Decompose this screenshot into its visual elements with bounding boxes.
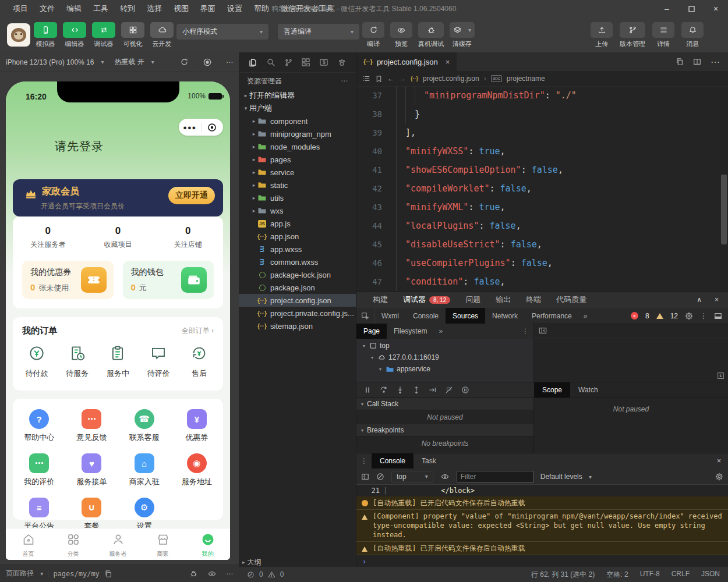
tree-file[interactable]: {··} sitemap.json xyxy=(239,320,356,332)
tree-folder[interactable]: ▸ static xyxy=(239,179,356,191)
drawer-tab-console[interactable]: Console xyxy=(372,453,414,469)
tree-file[interactable]: {··} app.json xyxy=(239,230,356,243)
eol[interactable]: CRLF xyxy=(672,570,690,580)
step-icon[interactable] xyxy=(429,386,437,394)
panel-tab[interactable]: 终端 xyxy=(526,294,541,305)
mode-select[interactable]: 小程序模式▾ xyxy=(176,24,268,40)
inspect-element-icon[interactable] xyxy=(356,308,374,324)
pause-script-icon[interactable] xyxy=(363,386,372,394)
menu-item[interactable]: 文件 xyxy=(34,3,61,14)
scope-tab-scope[interactable]: Scope xyxy=(534,382,570,398)
tab-home-icon[interactable]: 首页 xyxy=(6,528,51,560)
tree-file[interactable]: {··} project.config.json xyxy=(239,294,356,307)
order-item[interactable]: 服务中 xyxy=(98,345,139,379)
panel-collapse-icon[interactable]: ∧ xyxy=(697,296,702,304)
step-out-icon[interactable] xyxy=(412,386,420,394)
callstack-header[interactable]: ▾Call Stack xyxy=(356,398,533,410)
drawer-close-icon[interactable]: × xyxy=(717,453,728,469)
footer-bug-icon[interactable] xyxy=(189,569,198,578)
service-item[interactable]: ⋯ 意见反馈 xyxy=(65,409,118,443)
open-membership-button[interactable]: 立即开通 xyxy=(168,187,215,204)
explorer-files-icon[interactable] xyxy=(248,58,257,67)
cursor-position[interactable]: 行 62, 列 31 (选中 2) xyxy=(531,570,595,580)
devtools-tab-performance[interactable]: Performance xyxy=(525,308,579,324)
service-item[interactable]: ? 帮助中心 xyxy=(13,409,65,443)
compile-mode-select[interactable]: 普通编译▾ xyxy=(278,24,359,40)
extensions-icon[interactable] xyxy=(301,58,310,67)
console-settings-icon[interactable] xyxy=(715,473,723,481)
encoding[interactable]: UTF-8 xyxy=(640,570,660,580)
error-badge-icon[interactable]: × xyxy=(631,312,638,320)
menu-item[interactable]: 视图 xyxy=(168,3,195,14)
footer-eye-icon[interactable] xyxy=(207,570,217,578)
tree-file[interactable]: ᴟ app.wxss xyxy=(239,243,356,255)
sources-tabs-overflow-icon[interactable]: » xyxy=(434,327,447,335)
tree-file[interactable]: package-lock.json xyxy=(239,268,356,281)
capsule-button[interactable]: ●●● xyxy=(179,119,223,136)
deactivate-breakpoints-icon[interactable] xyxy=(445,386,453,394)
action-lines-icon[interactable]: 详情 xyxy=(652,22,674,48)
service-item[interactable]: ♥ 服务接单 xyxy=(65,453,118,487)
panel-toggle-cloud-icon[interactable]: 云开发 xyxy=(149,22,175,48)
menu-item[interactable]: 选择 xyxy=(141,3,168,14)
tree-folder[interactable]: ▸ pages xyxy=(239,153,356,166)
action-layers-icon[interactable]: ▾ 清缓存 xyxy=(450,22,475,48)
maximize-button[interactable] xyxy=(679,0,704,17)
page-path-label[interactable]: 页面路径 ▾ xyxy=(6,569,43,579)
minimize-button[interactable]: – xyxy=(655,0,679,17)
sources-tab-filesystem[interactable]: Filesystem xyxy=(387,324,434,339)
search-icon[interactable] xyxy=(266,58,275,67)
step-into-icon[interactable] xyxy=(396,386,404,394)
source-control-icon[interactable] xyxy=(284,58,293,67)
service-item[interactable]: ¥ 优惠券 xyxy=(171,409,223,443)
warning-badge-icon[interactable] xyxy=(656,313,663,319)
tree-file[interactable]: JS app.js xyxy=(239,217,356,230)
pet-tool-icon[interactable] xyxy=(337,58,347,67)
breadcrumb-file[interactable]: project.config.json xyxy=(423,74,479,83)
breadcrumb-node[interactable]: projectname xyxy=(507,74,545,83)
devtools-tab-console[interactable]: Console xyxy=(406,308,446,324)
show-navigator-icon[interactable] xyxy=(539,327,547,335)
bookmark-icon[interactable] xyxy=(375,75,383,83)
drawer-tab-task[interactable]: Task xyxy=(414,453,444,469)
simulator-more-icon[interactable]: ⋯ xyxy=(226,58,233,66)
stat-item[interactable]: 0 收藏项目 xyxy=(83,225,153,250)
order-item[interactable]: 待服务 xyxy=(57,345,98,379)
pretty-print-icon[interactable] xyxy=(717,372,725,379)
devtools-tab-network[interactable]: Network xyxy=(485,308,525,324)
breakpoints-header[interactable]: ▾Breakpoints xyxy=(356,424,533,436)
menu-item[interactable]: 转到 xyxy=(114,3,141,14)
menu-item[interactable]: 编辑 xyxy=(61,3,87,14)
levels-select[interactable]: Default levels ▾ xyxy=(540,473,592,481)
devtools-settings-icon[interactable] xyxy=(685,312,693,320)
service-item[interactable]: ≡ 平台公告 xyxy=(13,498,65,531)
service-item[interactable]: ☎ 联系客服 xyxy=(118,409,171,443)
action-compile-icon[interactable]: 编译 xyxy=(362,22,384,48)
console-filter-input[interactable] xyxy=(457,471,533,482)
order-item[interactable]: 待付款 xyxy=(16,345,57,379)
language-mode[interactable]: JSON xyxy=(701,570,720,580)
console-prompt[interactable]: › xyxy=(356,555,728,568)
action-upload-icon[interactable]: 上传 xyxy=(591,22,613,48)
user-avatar[interactable] xyxy=(7,23,30,47)
indent-setting[interactable]: 空格: 2 xyxy=(606,570,628,580)
panel-tab[interactable]: 问题 xyxy=(465,294,480,305)
device-selector[interactable]: iPhone 12/13 (Pro) 100% 16▾ xyxy=(6,58,104,66)
tab-mine-icon[interactable]: 我的 xyxy=(185,528,230,560)
menu-item[interactable]: 界面 xyxy=(195,3,221,14)
live-expression-icon[interactable] xyxy=(440,473,450,481)
explorer-more-icon[interactable]: ⋯ xyxy=(341,77,348,85)
console-sidebar-icon[interactable] xyxy=(361,473,369,481)
devtools-tab-wxml[interactable]: Wxml xyxy=(374,308,406,324)
menu-item[interactable]: 工具 xyxy=(87,3,114,14)
pause-on-exceptions-icon[interactable] xyxy=(461,386,469,394)
outline-section[interactable]: ▸大纲 xyxy=(239,558,356,567)
order-item[interactable]: 售后 xyxy=(179,345,220,379)
panel-toggle-grid-icon[interactable]: 可视化 xyxy=(120,22,146,48)
context-select[interactable]: top▾ xyxy=(391,471,433,482)
page-path-value[interactable]: pages/my/my xyxy=(53,570,99,578)
sources-tree-item[interactable]: ▾ top xyxy=(356,340,533,352)
open-changes-icon[interactable] xyxy=(676,58,684,66)
action-eye-icon[interactable]: 预览 xyxy=(390,22,412,48)
console-message[interactable]: [Component] property "value" of "minipro… xyxy=(356,510,728,542)
